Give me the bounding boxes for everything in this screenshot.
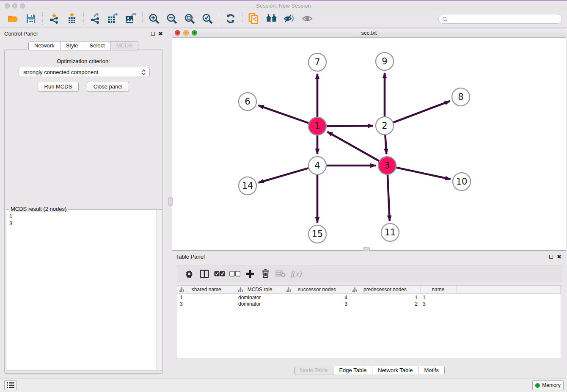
cell-shared-name[interactable]: 1 xyxy=(177,294,236,301)
cell-successor-nodes[interactable]: 3 xyxy=(284,301,350,307)
control-panel-float-icon[interactable] xyxy=(151,31,155,37)
tab-select[interactable]: Select xyxy=(84,41,110,50)
network-canvas[interactable]: 7968124314101511 xyxy=(172,38,566,250)
edge-3-10[interactable] xyxy=(396,168,451,179)
graph-node-15[interactable]: 15 xyxy=(308,225,326,243)
cell-name[interactable]: 1 xyxy=(420,294,456,301)
cell-shared-name[interactable]: 3 xyxy=(177,301,236,307)
zoom-selected-icon[interactable] xyxy=(200,12,215,25)
zoom-in-icon[interactable] xyxy=(147,12,161,25)
tab-style[interactable]: Style xyxy=(60,41,84,50)
graph-node-4[interactable]: 4 xyxy=(308,157,326,174)
home-view-icon[interactable] xyxy=(264,12,279,25)
close-panel-button[interactable]: Close panel xyxy=(87,82,129,92)
memory-button[interactable]: Memory xyxy=(532,380,564,390)
cell-mcds-role[interactable]: dominator xyxy=(236,301,284,307)
select-all-rows-icon[interactable] xyxy=(212,268,227,280)
duplicate-network-icon[interactable] xyxy=(247,12,261,25)
network-canvas-svg: 7968124314101511 xyxy=(172,38,566,251)
tab-mcds[interactable]: MCDS xyxy=(110,41,138,50)
show-all-eye-icon[interactable] xyxy=(300,12,314,25)
cell-predecessor-nodes[interactable]: 1 xyxy=(350,294,420,301)
graph-node-3[interactable]: 3 xyxy=(378,157,396,174)
column-header-mcds-role[interactable]: MCDS role xyxy=(236,286,284,294)
control-panel-close-icon[interactable]: ✖ xyxy=(158,32,163,36)
table-panel-float-icon[interactable] xyxy=(549,254,553,260)
optimization-criterion-select[interactable]: strongly connected component xyxy=(19,67,150,77)
edge-1-6[interactable] xyxy=(258,105,308,123)
splitter-handle-horizontal[interactable] xyxy=(363,247,370,251)
column-header-label: predecessor nodes xyxy=(363,287,407,293)
tab-network-table[interactable]: Network Table xyxy=(372,366,418,375)
delete-table-icon[interactable] xyxy=(273,268,288,280)
tab-node-table[interactable]: Node Table xyxy=(295,366,333,375)
edge-2-8[interactable] xyxy=(394,101,450,123)
optimization-criterion-value: strongly connected component xyxy=(23,69,98,75)
control-panel-title: Control Panel xyxy=(4,30,38,37)
export-table-icon[interactable] xyxy=(106,12,120,25)
tab-motifs[interactable]: Motifs xyxy=(418,366,444,375)
task-history-button[interactable] xyxy=(4,380,17,390)
export-image-icon[interactable] xyxy=(124,12,138,25)
svg-text:15: 15 xyxy=(312,229,323,239)
run-mcds-button[interactable]: Run MCDS xyxy=(38,82,79,92)
network-view-window: × − + scc.txt 7968124314101511 xyxy=(172,28,566,251)
show-column-panel-icon[interactable] xyxy=(197,268,212,280)
graph-node-1[interactable]: 1 xyxy=(308,117,326,135)
delete-column-trash-icon[interactable] xyxy=(258,268,273,280)
list-icon xyxy=(6,382,15,389)
column-header-predecessor-nodes[interactable]: predecessor nodes xyxy=(350,286,420,294)
column-header-name[interactable]: name xyxy=(420,286,456,294)
graph-node-11[interactable]: 11 xyxy=(381,224,399,241)
graph-node-6[interactable]: 6 xyxy=(239,93,256,110)
table-settings-gear-icon[interactable] xyxy=(182,268,197,280)
tab-network[interactable]: Network xyxy=(29,41,60,50)
edge-2-3[interactable] xyxy=(385,135,386,154)
hide-selection-eye-icon[interactable] xyxy=(282,12,297,25)
function-builder-icon[interactable]: f(x) xyxy=(291,269,302,279)
graph-node-2[interactable]: 2 xyxy=(376,117,394,135)
table-panel-close-icon[interactable]: ✖ xyxy=(557,255,561,259)
network-window-title: scc.txt xyxy=(172,30,566,36)
graph-node-9[interactable]: 9 xyxy=(376,52,394,70)
graph-node-7[interactable]: 7 xyxy=(308,53,326,71)
tab-edge-table[interactable]: Edge Table xyxy=(333,366,372,375)
mcds-result-list[interactable]: 1 3 xyxy=(6,210,156,370)
zoom-fit-icon[interactable] xyxy=(182,12,197,25)
edge-1-2[interactable] xyxy=(327,126,373,126)
edge-3-1[interactable] xyxy=(328,132,379,161)
column-type-icon xyxy=(352,287,357,293)
save-icon[interactable] xyxy=(24,12,38,25)
table-row[interactable]: 3dominator323 xyxy=(177,301,561,307)
column-header-filler xyxy=(456,286,561,294)
column-header-successor-nodes[interactable]: successor nodes xyxy=(284,286,350,294)
main-toolbar xyxy=(0,9,567,28)
import-table-icon[interactable] xyxy=(65,12,79,25)
edge-4-14[interactable] xyxy=(259,168,308,182)
search-input[interactable] xyxy=(438,14,562,24)
memory-button-label: Memory xyxy=(542,382,560,388)
cell-name[interactable]: 3 xyxy=(420,301,456,307)
graph-node-10[interactable]: 10 xyxy=(453,173,471,190)
cell-predecessor-nodes[interactable]: 2 xyxy=(350,301,420,307)
deselect-all-rows-icon[interactable] xyxy=(227,268,242,280)
network-window-titlebar[interactable]: × − + scc.txt xyxy=(172,28,566,38)
table-tabs: Node TableEdge TableNetwork TableMotifs xyxy=(294,366,445,375)
import-network-icon[interactable] xyxy=(47,12,61,25)
graph-node-8[interactable]: 8 xyxy=(452,88,470,106)
edge-3-11[interactable] xyxy=(388,175,390,221)
create-column-plus-icon[interactable] xyxy=(242,268,258,280)
cell-mcds-role[interactable]: dominator xyxy=(236,294,284,301)
column-header-label: shared name xyxy=(192,287,221,293)
splitter-handle-vertical[interactable] xyxy=(168,197,173,206)
column-header-shared-name[interactable]: shared name xyxy=(177,286,236,294)
table-row[interactable]: 1dominator411 xyxy=(177,294,561,301)
zoom-out-icon[interactable] xyxy=(165,12,179,25)
refresh-layout-icon[interactable] xyxy=(223,12,238,25)
open-folder-icon[interactable] xyxy=(6,12,20,25)
search-icon xyxy=(442,16,448,24)
export-network-icon[interactable] xyxy=(88,12,102,25)
mcds-result-scrollbar[interactable] xyxy=(156,210,161,370)
cell-successor-nodes[interactable]: 4 xyxy=(284,294,350,301)
graph-node-14[interactable]: 14 xyxy=(239,177,256,195)
